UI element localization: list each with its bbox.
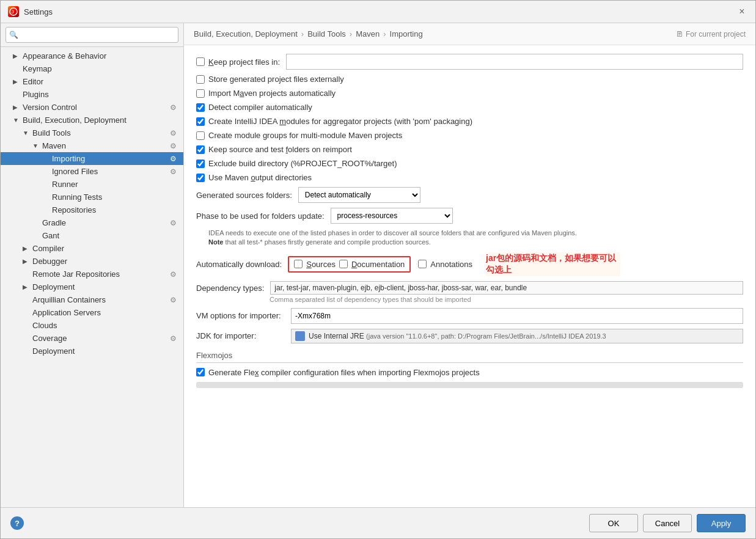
- sidebar-item-app-servers[interactable]: Application Servers: [1, 306, 183, 319]
- sidebar-item-label: Arquillian Containers: [32, 295, 106, 304]
- dep-types-inner: Dependency types: jar, test-jar, maven-p…: [196, 281, 743, 295]
- sidebar-item-runner[interactable]: Runner: [1, 178, 183, 191]
- dialog-body: 🔍 ▶ Appearance & Behavior Keymap ▶ Edito…: [1, 23, 755, 507]
- sidebar-item-appearance[interactable]: ▶ Appearance & Behavior: [1, 50, 183, 62]
- help-button[interactable]: ?: [10, 516, 24, 530]
- use-maven-output-row: Use Maven output directories: [196, 173, 743, 182]
- sidebar-item-label: Remote Jar Repositories: [32, 270, 120, 279]
- sources-checkbox[interactable]: [294, 260, 303, 268]
- keep-project-files-checkbox-label[interactable]: Keep project files in:: [196, 57, 280, 67]
- dep-types-label: Dependency types:: [196, 281, 264, 293]
- sidebar-item-debugger[interactable]: ▶ Debugger: [1, 255, 183, 268]
- ok-button[interactable]: OK: [589, 514, 638, 532]
- detect-compiler-label[interactable]: Detect compiler automatically: [196, 103, 312, 112]
- keep-source-row: Keep source and test folders on reimport: [196, 145, 743, 154]
- keep-source-checkbox[interactable]: [196, 145, 205, 154]
- use-maven-output-label[interactable]: Use Maven output directories: [196, 173, 312, 182]
- sidebar-item-build-exec[interactable]: ▼ Build, Execution, Deployment: [1, 114, 183, 127]
- create-module-groups-row: Create module groups for multi-module Ma…: [196, 131, 743, 140]
- exclude-build-text: Exclude build directory (%PROJECT_ROOT%/…: [208, 159, 397, 168]
- arrow-icon: ▶: [23, 245, 30, 252]
- sidebar-item-maven[interactable]: ▼ Maven ⚙: [1, 139, 183, 152]
- store-external-label[interactable]: Store generated project files externally: [196, 75, 344, 84]
- sidebar-item-deployment[interactable]: ▶ Deployment: [1, 280, 183, 293]
- sidebar-item-keymap[interactable]: Keymap: [1, 62, 183, 75]
- sidebar-item-arquillian[interactable]: Arquillian Containers ⚙: [1, 293, 183, 306]
- sidebar-item-gant[interactable]: Gant: [1, 229, 183, 242]
- store-external-checkbox[interactable]: [196, 75, 205, 84]
- import-auto-checkbox[interactable]: [196, 89, 205, 98]
- search-input[interactable]: [6, 27, 178, 43]
- sidebar-item-label: Runner: [52, 180, 78, 189]
- sidebar-item-label: Repositories: [52, 205, 96, 215]
- documentation-text: Documentation: [351, 260, 405, 269]
- arrow-icon: ▶: [13, 78, 20, 85]
- store-external-text: Store generated project files externally: [208, 75, 344, 84]
- annotations-checkbox[interactable]: [418, 260, 427, 268]
- sidebar-item-gradle[interactable]: Gradle ⚙: [1, 216, 183, 229]
- keep-source-label[interactable]: Keep source and test folders on reimport: [196, 145, 352, 154]
- sidebar-item-version-control[interactable]: ▶ Version Control ⚙: [1, 101, 183, 114]
- sidebar-item-importing[interactable]: Importing ⚙: [1, 152, 183, 165]
- sidebar-item-compiler[interactable]: ▶ Compiler: [1, 242, 183, 255]
- create-intellij-label[interactable]: Create IntelliJ IDEA modules for aggrega…: [196, 117, 472, 126]
- sidebar-item-repositories[interactable]: Repositories: [1, 204, 183, 216]
- title-bar-left: J Settings: [8, 6, 53, 17]
- generated-sources-select[interactable]: Detect automatically: [298, 187, 420, 203]
- sidebar-item-editor[interactable]: ▶ Editor: [1, 75, 183, 88]
- sidebar-item-ignored-files[interactable]: Ignored Files ⚙: [1, 165, 183, 178]
- horizontal-scrollbar[interactable]: [196, 382, 743, 388]
- keep-project-files-row: Keep project files in:: [196, 54, 743, 70]
- apply-button[interactable]: Apply: [697, 514, 746, 532]
- arrow-icon: ▼: [23, 130, 30, 136]
- create-module-groups-label[interactable]: Create module groups for multi-module Ma…: [196, 131, 402, 140]
- flexmojos-text: Generate Flex compiler configuration fil…: [208, 368, 480, 377]
- use-maven-output-checkbox[interactable]: [196, 174, 205, 182]
- sidebar-item-label: Application Servers: [32, 308, 101, 317]
- close-button[interactable]: ×: [736, 6, 748, 18]
- detect-compiler-checkbox[interactable]: [196, 103, 205, 112]
- breadcrumb-part-2: Build Tools: [307, 29, 346, 38]
- sidebar-item-label: Editor: [23, 77, 43, 86]
- arrow-icon: ▼: [13, 117, 20, 123]
- exclude-build-checkbox[interactable]: [196, 160, 205, 168]
- sidebar-item-clouds[interactable]: Clouds: [1, 319, 183, 332]
- dep-types-row: Dependency types: jar, test-jar, maven-p…: [196, 281, 743, 303]
- sidebar-item-remote-jar[interactable]: Remote Jar Repositories ⚙: [1, 268, 183, 280]
- exclude-build-label[interactable]: Exclude build directory (%PROJECT_ROOT%/…: [196, 159, 397, 168]
- project-icon: 🖹: [676, 30, 683, 38]
- vm-options-input[interactable]: [291, 308, 743, 324]
- jdk-value[interactable]: Use Internal JRE (java version "11.0.6+8…: [291, 329, 743, 343]
- keep-project-files-checkbox[interactable]: [196, 57, 205, 66]
- settings-icon: ⚙: [170, 296, 178, 304]
- flexmojos-checkbox[interactable]: [196, 368, 205, 376]
- documentation-label[interactable]: Documentation: [339, 260, 405, 269]
- sidebar-item-coverage[interactable]: Coverage ⚙: [1, 332, 183, 345]
- sidebar-item-plugins[interactable]: Plugins: [1, 88, 183, 101]
- create-intellij-checkbox[interactable]: [196, 117, 205, 126]
- footer-left: ?: [10, 516, 24, 530]
- title-bar: J Settings ×: [1, 1, 755, 23]
- flexmojos-label[interactable]: Generate Flex compiler configuration fil…: [196, 368, 480, 377]
- breadcrumb-part-4: Importing: [390, 29, 423, 38]
- create-module-groups-text: Create module groups for multi-module Ma…: [208, 131, 402, 140]
- settings-icon: ⚙: [170, 270, 178, 279]
- sidebar-item-label: Coverage: [32, 334, 67, 343]
- sidebar-item-build-tools[interactable]: ▼ Build Tools ⚙: [1, 127, 183, 139]
- keep-project-files-input[interactable]: [286, 54, 743, 70]
- settings-area: Keep project files in: Store generated p…: [184, 45, 755, 507]
- cancel-button[interactable]: Cancel: [643, 514, 692, 532]
- annotations-label[interactable]: Annotations: [418, 260, 472, 269]
- create-module-groups-checkbox[interactable]: [196, 131, 205, 140]
- sidebar-item-running-tests[interactable]: Running Tests: [1, 191, 183, 204]
- sidebar: 🔍 ▶ Appearance & Behavior Keymap ▶ Edito…: [1, 23, 184, 507]
- keep-project-files-label: Keep project files in:: [208, 57, 280, 67]
- phase-select[interactable]: process-resources: [331, 208, 453, 224]
- documentation-checkbox[interactable]: [339, 260, 348, 268]
- import-auto-label[interactable]: Import Maven projects automatically: [196, 89, 336, 98]
- sidebar-item-deployment2[interactable]: Deployment: [1, 345, 183, 358]
- flexmojos-title: Flexmojos: [196, 351, 743, 363]
- arrow-icon: ▶: [13, 53, 20, 59]
- sidebar-item-label: Gant: [42, 231, 59, 240]
- sources-label[interactable]: Sources: [294, 260, 336, 269]
